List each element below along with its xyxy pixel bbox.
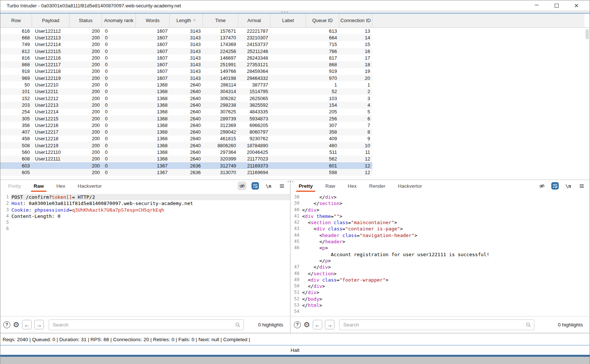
panel-divider[interactable] bbox=[290, 180, 291, 333]
horizontal-splitter[interactable] bbox=[0, 11, 590, 13]
tab-hex[interactable]: Hex bbox=[50, 180, 71, 192]
prev-match-button[interactable]: ← bbox=[313, 320, 322, 329]
table-row[interactable]: 816User122116200016073143146697262433488… bbox=[0, 54, 372, 61]
cell-status: 200 bbox=[70, 48, 102, 54]
table-row[interactable]: 6052000136726363130702116969459812 bbox=[0, 169, 372, 176]
request-code[interactable]: 1POST /confirm?token[]= HTTP/22Host: 0a0… bbox=[0, 192, 290, 316]
table-row[interactable]: 918User122118200016073143149766284593649… bbox=[0, 68, 372, 75]
cell-anomaly-rank: 0 bbox=[102, 109, 136, 115]
table-row[interactable]: 6032000136726363127492116937360112 bbox=[0, 162, 372, 169]
table-row[interactable]: 969User122119200016073143140198294643329… bbox=[0, 75, 372, 81]
next-match-button[interactable]: → bbox=[325, 320, 334, 329]
column-header-arrival[interactable]: Arrival bbox=[238, 14, 270, 28]
tab-render[interactable]: Render bbox=[363, 180, 391, 192]
column-header-payload[interactable]: Payload bbox=[32, 14, 70, 28]
cell-connection-id: 14 bbox=[339, 34, 372, 41]
code-line: 44 <header class="navigation-header"> bbox=[291, 232, 590, 238]
column-header-time[interactable]: Time bbox=[203, 14, 238, 28]
table-row[interactable]: 668User122113200016073143137470232103076… bbox=[0, 34, 372, 41]
tab-raw[interactable]: Raw bbox=[27, 180, 50, 192]
table-row[interactable]: 152User122122000136826403062822625065103… bbox=[0, 95, 372, 102]
vertical-scrollbar[interactable] bbox=[585, 28, 589, 179]
table-row[interactable]: 458User122182000136826404618159230762409… bbox=[0, 135, 372, 142]
column-header-anomaly-rank[interactable]: Anomaly rank bbox=[102, 14, 136, 28]
line-number: 49 bbox=[291, 277, 302, 283]
cell-anomaly-rank: 0 bbox=[102, 149, 136, 155]
cell-words: 1368 bbox=[136, 156, 170, 162]
line-number: 1 bbox=[0, 194, 11, 200]
cell-time: 289739 bbox=[203, 115, 238, 122]
help-icon[interactable]: ? bbox=[3, 321, 10, 328]
cell-payload: User122113 bbox=[32, 34, 70, 41]
cell-status: 200 bbox=[70, 156, 102, 162]
cell-queue-id: 1 bbox=[306, 81, 339, 88]
column-header-label[interactable]: Label bbox=[270, 14, 306, 28]
newline-icon[interactable]: \n bbox=[264, 181, 273, 190]
table-row[interactable]: 305User122152000136826402897395934873256… bbox=[0, 115, 372, 122]
cell-queue-id: 970 bbox=[306, 75, 339, 81]
line-content: </div> bbox=[302, 289, 590, 296]
table-row[interactable]: 203User122132000136826402982383825592154… bbox=[0, 102, 372, 108]
table-row[interactable]: 616User122112200016073143157671222217876… bbox=[0, 28, 372, 34]
newline-icon[interactable]: \n bbox=[564, 181, 573, 190]
cell-row: 969 bbox=[0, 75, 32, 81]
cell-status: 200 bbox=[70, 61, 102, 68]
tab-hackvertor[interactable]: Hackvertor bbox=[71, 180, 108, 192]
gear-icon[interactable]: ⚙ bbox=[13, 321, 20, 328]
close-icon[interactable]: × bbox=[573, 3, 579, 8]
gear-icon[interactable]: ⚙ bbox=[303, 321, 310, 328]
menu-icon[interactable] bbox=[277, 181, 286, 190]
eye-off-icon[interactable] bbox=[238, 181, 246, 190]
tab-pretty[interactable]: Pretty bbox=[2, 180, 27, 192]
search-input[interactable] bbox=[339, 319, 534, 330]
cell-label bbox=[270, 34, 306, 41]
menu-icon[interactable] bbox=[577, 181, 586, 190]
cell-label bbox=[270, 162, 306, 169]
line-number: 38 bbox=[291, 194, 302, 200]
word-wrap-icon[interactable] bbox=[251, 181, 260, 190]
help-icon[interactable]: ? bbox=[294, 321, 301, 328]
table-row[interactable]: 868User122117200016073143251991273531218… bbox=[0, 61, 372, 68]
tab-hex[interactable]: Hex bbox=[341, 180, 363, 192]
column-label: Payload bbox=[42, 18, 59, 23]
cell-length: 3143 bbox=[170, 48, 203, 54]
column-header-row[interactable]: Row bbox=[0, 14, 32, 28]
tab-pretty[interactable]: Pretty bbox=[292, 180, 319, 192]
cell-row: 749 bbox=[0, 41, 32, 48]
word-wrap-icon[interactable] bbox=[551, 181, 559, 190]
code-line: 43 <div class="container is-page"> bbox=[291, 226, 590, 232]
table-row[interactable]: 101User122112000136826403043141514795522 bbox=[0, 88, 372, 95]
minimize-icon[interactable]: – bbox=[534, 3, 540, 8]
eye-off-icon[interactable] bbox=[537, 181, 546, 190]
column-header-status[interactable]: Status bbox=[70, 14, 102, 28]
table-row[interactable]: 749User122114200016073143174369241537377… bbox=[0, 41, 372, 48]
cell-label bbox=[270, 169, 306, 176]
next-match-button[interactable]: → bbox=[34, 320, 44, 329]
table-row[interactable]: 50User1221020001368264028611438773711 bbox=[0, 81, 372, 88]
column-header-length[interactable]: Length∨ bbox=[170, 14, 203, 28]
halt-button[interactable]: Halt bbox=[0, 345, 590, 355]
cell-words: 1368 bbox=[136, 128, 170, 135]
maximize-icon[interactable] bbox=[554, 3, 559, 8]
table-row[interactable]: 407User122172000136826402990428060797358… bbox=[0, 128, 372, 135]
tab-raw[interactable]: Raw bbox=[319, 180, 341, 192]
scrollbar-thumb[interactable] bbox=[586, 29, 589, 39]
prev-match-button[interactable]: ← bbox=[22, 320, 32, 329]
table-row[interactable]: 812User122115200016073143224256252112467… bbox=[0, 48, 372, 54]
search-input[interactable] bbox=[49, 319, 244, 330]
cell-length: 3143 bbox=[170, 28, 203, 34]
table-row[interactable]: 608User122111200013682640320399211770235… bbox=[0, 156, 372, 162]
table-row[interactable]: 560User122110200013682640297364200464255… bbox=[0, 149, 372, 155]
column-header-words[interactable]: Words bbox=[136, 14, 170, 28]
magnifier-icon bbox=[235, 322, 240, 329]
response-code[interactable]: 38 </div>39 </section>40</div>41<div the… bbox=[291, 192, 590, 316]
tab-hackvertor[interactable]: Hackvertor bbox=[392, 180, 428, 192]
table-row[interactable]: 508User122192000136826408806260187848904… bbox=[0, 142, 372, 149]
splitter-handle-icon[interactable] bbox=[281, 11, 288, 13]
table-row[interactable]: 254User122142000136826403076254843335205… bbox=[0, 109, 372, 115]
column-header-connection-id[interactable]: Connection ID bbox=[339, 14, 372, 28]
column-header-queue-id[interactable]: Queue ID bbox=[306, 14, 339, 28]
cell-words: 1367 bbox=[136, 162, 170, 169]
table-row[interactable]: 356User122162000136826403123696966205307… bbox=[0, 122, 372, 128]
cell-words: 1368 bbox=[136, 149, 170, 155]
